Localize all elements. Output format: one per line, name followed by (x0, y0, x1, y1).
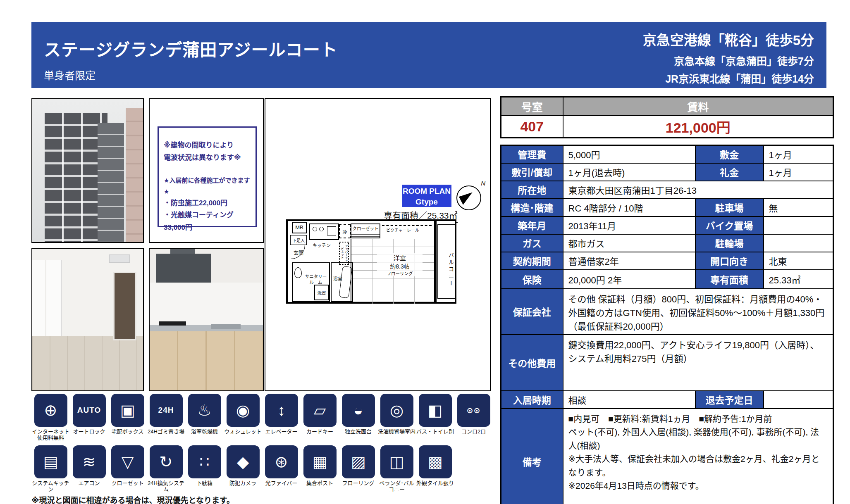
amenity-label: 防犯カメラ (224, 480, 262, 487)
value-shozaichi: 東京都大田区南蒲田1丁目26-13 (563, 181, 833, 199)
floorplan-kitchen-label: キッチン (313, 242, 331, 248)
label-kouzou: 構造･階建 (501, 199, 563, 216)
label-bike: バイク置場 (695, 216, 764, 234)
table-row: 所在地 東京都大田区南蒲田1丁目26-13 (501, 181, 833, 199)
amenity-label: 外観タイル張り (416, 480, 454, 487)
amenity-label: クローゼット (108, 480, 147, 487)
floorplan-fridge: 冷 (339, 224, 351, 238)
value-taikyo (764, 391, 833, 409)
table-row: 保険 20,000円 2年 専有面積 25.33㎡ (501, 270, 833, 289)
floorplan-picture-rail: ピクチャーレール (386, 227, 419, 233)
amenity-shoe-cabinet: ∷ 下駄箱 (185, 445, 224, 493)
photo-kitchen-cabinets (150, 331, 263, 390)
label-hoken: 保険 (501, 270, 563, 289)
label-churinjo: 駐輪場 (695, 234, 764, 252)
value-nyukyo: 相談 (563, 391, 695, 409)
label-shozaichi: 所在地 (501, 181, 563, 199)
amenity-label: システムキッチン (31, 480, 70, 493)
table-row: 構造･階建 RC 4階部分 / 10階 駐車場 無 (501, 199, 833, 216)
amenity-air-conditioner: ≋ エアコン (70, 445, 108, 493)
floorplan-mb: MB (292, 222, 307, 233)
compass-icon: N (456, 185, 481, 210)
photo-kitchen-hood (156, 254, 211, 283)
header-left: ステージグランデ蒲田アジールコート 単身者限定 (44, 29, 338, 81)
table-row: 保証会社 その他 保証料（月額）800円、初回保証料：月額費用の40%・外国籍の… (501, 289, 833, 335)
photo-room-floor (32, 336, 143, 390)
compass-north-label: N (481, 180, 485, 187)
price-header-rent: 賃料 (563, 97, 833, 116)
biko-line-1: ■内見可 ■更新料:新賃料1ヵ月 ■解約予告:1か月前 (568, 412, 828, 426)
label-shikikin: 敷金 (695, 145, 764, 163)
label-sonota-hiyo: その他費用 (501, 335, 563, 391)
photo-kitchen-counter (150, 325, 263, 331)
amenity-label: 集合ポスト (301, 480, 339, 487)
amenity-security-camera: ◆ 防犯カメラ (224, 445, 262, 493)
biko-line-3: ※大手法人等、保証会社未加入の場合は敷金2ヶ月、礼金2ヶ月となります。 (568, 452, 828, 479)
ventilation-icon: ↻ (150, 445, 183, 478)
table-row: 契約期間 普通借家2年 開口向き 北東 (501, 252, 833, 270)
value-sonota-hiyo: 鍵交換費用22,000円、アクト安心ライフ19,800円（入居時）、システム利用… (563, 335, 833, 391)
amenity-autolock: AUTO オートロック (70, 394, 108, 441)
amenity-closet: ▽ クローゼット (108, 445, 147, 493)
sanitary-room-label: サニタリールーム (303, 274, 328, 285)
photo-neighbor-building (126, 108, 143, 242)
amenity-label: ベランダ･バルコニー (377, 480, 416, 493)
property-flyer: ステージグランデ蒲田アジールコート 単身者限定 京急空港線「糀谷」徒歩5分 京急… (0, 0, 850, 504)
amenity-icons-row-2: ▤ システムキッチン ≋ エアコン ▽ クローゼット ↻ 24H換気システム ∷… (31, 445, 454, 493)
amenity-internet: ⊕ インターネット使用料無料 (31, 394, 70, 441)
amenity-washlet: ◉ ウォシュレット (224, 394, 262, 441)
rent-amount: 121,000円 (563, 116, 833, 138)
value-hoshogaisha: その他 保証料（月額）800円、初回保証料：月額費用の40%・外国籍の方はGTN… (563, 289, 833, 335)
amenity-indoor-laundry: ◎ 洗濯機置場室内 (377, 394, 416, 441)
amenity-system-kitchen: ▤ システムキッチン (31, 445, 70, 493)
label-nyukyo: 入居時期 (501, 391, 563, 409)
label-biko: 備考 (501, 409, 563, 504)
label-shikibiki: 敷引/償却 (501, 163, 563, 181)
value-muki: 北東 (764, 252, 833, 270)
table-row: 敷引/償却 1ヶ月(退去時) 礼金 1ヶ月 (501, 163, 833, 181)
label-taikyo: 退去予定日 (695, 391, 764, 409)
amenity-separate-bath-toilet: ◧ バス・トイレ別 (416, 394, 454, 441)
room-photo (31, 248, 144, 391)
photo-kitchen-tile (150, 283, 263, 325)
amenity-label: オートロック (70, 429, 108, 435)
value-chikunengetsu: 2013年11月 (563, 216, 695, 234)
amenity-optical-fiber: ⊛ 光ファイバー (262, 445, 301, 493)
mailbox-icon: ▦ (303, 445, 337, 478)
stove-burner-icon (319, 227, 324, 231)
value-shikikin: 1ヶ月 (764, 145, 833, 163)
label-gas: ガス (501, 234, 563, 252)
biko-line-4: ※2026年4月13日時点の情報です。 (568, 479, 828, 493)
bathroom-label: 浴室 (333, 276, 342, 282)
room-plan-label: ROOM PLAN Gtype (402, 185, 451, 207)
header-bar: ステージグランデ蒲田アジールコート 単身者限定 京急空港線「糀谷」徒歩5分 京急… (31, 22, 826, 88)
sink-icon (327, 226, 336, 235)
label-kanrihi: 管理費 (501, 145, 563, 163)
label-muki: 開口向き (695, 252, 764, 270)
value-bike (764, 216, 833, 234)
amenity-delivery-box: ▣ 宅配ボックス (108, 394, 147, 441)
delivery-box-icon: ▣ (111, 394, 144, 427)
value-senyumenseki: 25.33㎡ (764, 270, 833, 289)
amenity-balcony: ◫ ベランダ･バルコニー (377, 445, 416, 493)
elevator-icon: ↕ (265, 394, 298, 427)
stove-burner-icon (313, 227, 317, 231)
amenity-flooring: ▨ フローリング (339, 445, 377, 493)
room-number: 407 (501, 116, 563, 138)
amenity-label: ウォシュレット (224, 429, 262, 435)
floorplan-kitchen-counter (309, 223, 339, 240)
amenity-24h-ventilation: ↻ 24H換気システム (147, 445, 185, 493)
access-line-3: JR京浜東北線「蒲田」徒歩14分 (643, 71, 814, 86)
access-line-2: 京急本線「京急蒲田」徒歩7分 (643, 53, 814, 68)
photo-room-window (113, 272, 136, 340)
note-frame: ※建物の間取りにより 電波状況は異なります※ ★入居前に各種施工ができます★ ・… (149, 98, 264, 243)
floorplan-closet: クローゼット (351, 223, 380, 238)
label-hoshogaisha: 保証会社 (501, 289, 563, 335)
kitchen-photo (149, 248, 264, 391)
floorplan-entrance: 玄関 (294, 251, 303, 257)
amenity-label: エレベーター (262, 429, 301, 435)
value-kouzou: RC 4階部分 / 10階 (563, 199, 695, 216)
card-key-icon: ▱ (303, 394, 337, 427)
security-camera-icon: ◆ (227, 445, 260, 478)
amenity-card-key: ▱ カードキー (301, 394, 339, 441)
